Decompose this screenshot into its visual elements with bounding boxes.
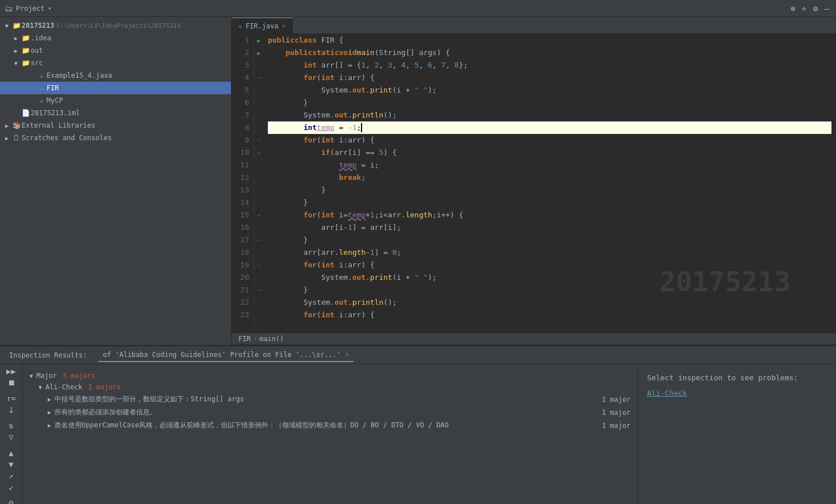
- stop-btn[interactable]: ⏹: [5, 378, 18, 387]
- main-container: ▼ 📁 20175213 C:\Users\LV\IdeaProjects\20…: [0, 17, 836, 345]
- inspection-tab-close[interactable]: ×: [345, 351, 349, 358]
- ali-check-link[interactable]: Ali-Check: [647, 389, 827, 397]
- editor-tab-fir[interactable]: ☕ FIR.java ×: [232, 18, 293, 33]
- gutter-20: [254, 271, 263, 284]
- tree-arrow-scratch: ▶: [2, 135, 11, 141]
- gutter-10: −: [254, 146, 263, 159]
- code-line-13: }: [268, 184, 831, 196]
- code-line-18: arr[arr.length-1] = 0;: [268, 246, 831, 259]
- sidebar-item-fir[interactable]: ☕ FIR: [0, 82, 231, 94]
- fold-21[interactable]: −: [257, 287, 260, 293]
- add-icon[interactable]: ⊕: [788, 4, 797, 13]
- run-arrow-2[interactable]: ▶: [257, 50, 261, 56]
- gutter-16: [254, 221, 263, 234]
- sidebar-item-out[interactable]: ▶ 📁 out: [0, 44, 231, 57]
- folder-icon-src: 📁: [20, 58, 31, 68]
- tab-label: FIR.java: [246, 22, 279, 30]
- settings-gear-btn[interactable]: ⚙: [5, 498, 18, 504]
- inspection-item-1[interactable]: ▶ 中括号是数组类型的一部分，数组定义如下：String[] args 1 ma…: [23, 393, 637, 406]
- run-arrow-1[interactable]: ▶: [257, 37, 261, 44]
- code-line-1: public class FIR {: [268, 34, 831, 47]
- sidebar-item-root[interactable]: ▼ 📁 20175213 C:\Users\LV\IdeaProjects\20…: [0, 19, 231, 32]
- code-line-23: for(int i:arr) {: [268, 309, 831, 321]
- fold-19[interactable]: −: [257, 262, 260, 268]
- code-line-8: int temp = -1;: [268, 121, 831, 134]
- extlib-label: External Libraries: [22, 121, 95, 129]
- code-content[interactable]: public class FIR { public static void ma…: [263, 34, 836, 333]
- gutter-19: −: [254, 259, 263, 271]
- gutter-21: −: [254, 284, 263, 296]
- sidebar-item-iml[interactable]: 📄 20175213.iml: [0, 107, 231, 119]
- code-line-15: for(int i=temp+1;i<arr.length;i++) {: [268, 209, 831, 221]
- inspection-item-2[interactable]: ▶ 所有的类都必须添加创建者信息。 1 major: [23, 406, 637, 419]
- item-1-badge: 1 major: [602, 396, 631, 404]
- code-line-14: }: [268, 196, 831, 209]
- inspection-item-3[interactable]: ▶ 类名使用UpperCamelCase风格，必须遵从驼峰形式，但以下情形例外：…: [23, 419, 637, 432]
- code-line-4: for(int i:arr) {: [268, 72, 831, 84]
- fold-9[interactable]: −: [257, 137, 260, 143]
- expand-btn[interactable]: ↑=: [5, 394, 18, 403]
- folder-icon-root: 📁: [11, 20, 22, 31]
- down-btn[interactable]: ▼: [5, 460, 18, 469]
- run-all-btn[interactable]: ▶▶: [5, 367, 18, 376]
- fold-17[interactable]: −: [257, 237, 260, 243]
- fold-15[interactable]: −: [257, 212, 260, 218]
- major-row[interactable]: ▼ Major 3 majors: [23, 370, 637, 381]
- gutter: ▶ ▶ − − − − − − −: [254, 34, 263, 333]
- fold-10[interactable]: −: [257, 150, 260, 156]
- gutter-8: [254, 121, 263, 134]
- gutter-3: [254, 59, 263, 72]
- gutter-1: ▶: [254, 34, 263, 47]
- ali-check-label: Ali-Check: [45, 383, 82, 391]
- sidebar-item-mycp[interactable]: ☕ MyCP: [0, 94, 231, 107]
- code-line-12: break;: [268, 171, 831, 184]
- inspection-tab[interactable]: of 'Alibaba Coding Guidelines' Profile o…: [98, 348, 354, 362]
- src-label: src: [31, 59, 43, 67]
- bottom-tab-bar: Inspection Results: of 'Alibaba Coding G…: [0, 346, 836, 364]
- tab-java-icon: ☕: [238, 22, 242, 30]
- split-icon[interactable]: ÷: [800, 4, 809, 13]
- breadcrumb: FIR › main(): [232, 333, 836, 345]
- import-btn[interactable]: ↙: [5, 482, 18, 492]
- sidebar-item-idea[interactable]: ▶ 📁 .idea: [0, 32, 231, 44]
- title-bar-left: 🗂 Project ▾: [5, 4, 52, 13]
- java-icon-fir: ☕: [36, 83, 47, 93]
- bottom-content: ▶▶ ⏹ ↑= ⤓ ⇅ ▽ ▲ ▼ ↗ ↙ ⚙ ● ▼ Major 3 m: [0, 364, 836, 504]
- up-btn[interactable]: ▲: [5, 448, 18, 457]
- code-line-21: }: [268, 284, 831, 296]
- out-label: out: [31, 47, 43, 54]
- gutter-14: [254, 196, 263, 209]
- gutter-22: [254, 296, 263, 309]
- title-bar: 🗂 Project ▾ ⊕ ÷ ⚙ —: [0, 0, 836, 17]
- gutter-23: [254, 309, 263, 321]
- tab-close-btn[interactable]: ×: [282, 22, 285, 30]
- mycp-label: MyCP: [47, 96, 63, 104]
- sidebar-content: ▼ 📁 20175213 C:\Users\LV\IdeaProjects\20…: [0, 17, 231, 345]
- sidebar-item-scratch[interactable]: ▶ 🗒 Scratches and Consoles: [0, 132, 231, 144]
- bottom-toolbar: ▶▶ ⏹ ↑= ⤓ ⇅ ▽ ▲ ▼ ↗ ↙ ⚙ ●: [0, 364, 23, 504]
- sort-btn[interactable]: ⇅: [5, 421, 18, 430]
- sidebar-item-src[interactable]: ▼ 📁 src: [0, 57, 231, 69]
- folder-icon-idea: 📁: [20, 33, 31, 43]
- code-line-7: System.out.println();: [268, 109, 831, 121]
- item-3-badge: 1 major: [602, 422, 631, 430]
- title-bar-icons: ⊕ ÷ ⚙ —: [788, 4, 831, 13]
- tree-arrow-idea: ▶: [11, 35, 20, 41]
- code-line-10: if(arr[i] == 5) {: [268, 146, 831, 159]
- sidebar-item-example[interactable]: ☕ Example15_4.java: [0, 69, 231, 82]
- settings-icon[interactable]: ⚙: [811, 4, 820, 13]
- collapse-btn[interactable]: ⤓: [5, 405, 18, 414]
- gutter-11: [254, 159, 263, 171]
- sidebar-item-extlib[interactable]: ▶ 📚 External Libraries: [0, 119, 231, 132]
- code-line-17: }: [268, 234, 831, 246]
- tab-bar: ☕ FIR.java ×: [232, 17, 836, 34]
- root-path: C:\Users\LV\IdeaProjects\20175213: [57, 22, 181, 30]
- ali-check-row[interactable]: ▼ Ali-Check 3 majors: [23, 381, 637, 393]
- inspection-tab-of: of 'Alibaba Coding Guidelines' Profile o…: [103, 351, 341, 359]
- filter-btn[interactable]: ▽: [5, 432, 18, 442]
- export-btn[interactable]: ↗: [5, 471, 18, 480]
- code-line-3: int arr[] = {1, 2, 3, 4, 5, 6, 7, 8};: [268, 59, 831, 72]
- minimize-icon[interactable]: —: [822, 4, 831, 13]
- folder-icon-out: 📁: [20, 45, 31, 56]
- fold-4[interactable]: −: [257, 75, 260, 81]
